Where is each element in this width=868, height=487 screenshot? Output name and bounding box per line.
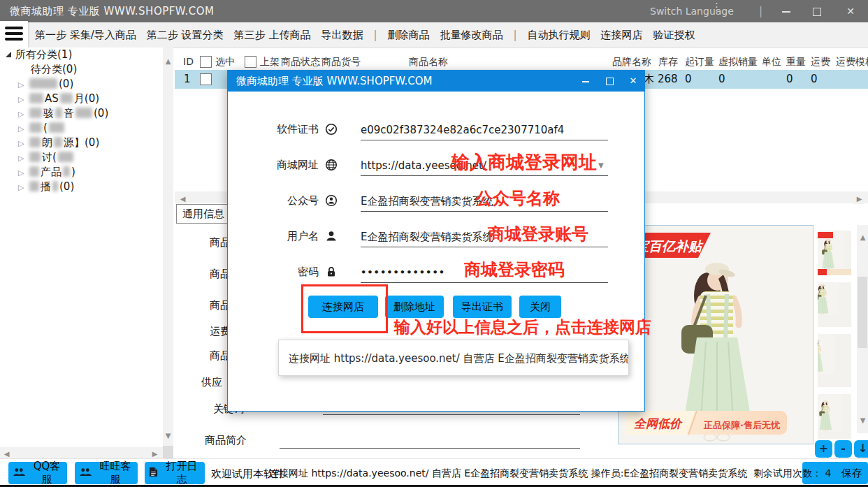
col-id: ID xyxy=(183,56,194,67)
menu-step1-import[interactable]: 第一步 采集/导入商品 xyxy=(35,29,136,42)
menu-step2-category[interactable]: 第二步 设置分类 xyxy=(147,29,224,42)
onsale-all-checkbox[interactable] xyxy=(245,56,256,68)
scroll-up-icon[interactable]: ▲ xyxy=(858,232,868,242)
minimize-icon xyxy=(782,11,790,13)
preview-vertical-scrollbar[interactable]: ▲ ▼ xyxy=(857,225,868,433)
dialog-title: 微商城助理 专业版 WWW.SHOPFW.COM xyxy=(236,75,432,88)
lock-icon xyxy=(325,266,338,281)
dropdown-caret-icon[interactable]: ▼ xyxy=(598,161,604,169)
move-down-button[interactable]: ↓ xyxy=(854,440,868,458)
tree-item[interactable]: ▷( xyxy=(0,121,163,136)
menu-items: 第一步 采集/导入商品 第二步 设置分类 第三步 上传商品 导出数据 | 删除商… xyxy=(35,22,695,48)
tab-general-info[interactable]: 通用信息 xyxy=(176,204,231,224)
collapsed-arrow-icon[interactable]: ▷ xyxy=(18,151,28,166)
select-all-checkbox[interactable] xyxy=(200,56,212,68)
wangwang-support-button[interactable]: 旺旺客服 xyxy=(75,462,138,484)
scroll-left-icon[interactable]: ◀ xyxy=(1,449,12,459)
scroll-right-icon[interactable]: ▶ xyxy=(150,449,160,459)
scroll-left-icon[interactable]: ◀ xyxy=(178,194,188,204)
cell-stock: 268 xyxy=(658,73,678,85)
tree-item[interactable]: ▷AS月(0) xyxy=(0,92,163,106)
export-certificate-button[interactable]: 导出证书 xyxy=(453,296,512,318)
expanded-arrow-icon[interactable] xyxy=(6,52,11,57)
titlebar: 微商城助理 专业版 WWW.SHOPFW.COM Switch Language… xyxy=(0,0,868,22)
more-options-icon[interactable]: ⋮ xyxy=(711,3,721,11)
scroll-up-icon[interactable]: ▲ xyxy=(163,56,173,66)
certificate-label: 软件证书 xyxy=(242,123,319,136)
field-row-password: 密码 ••••••••••••• 商城登录密码 xyxy=(228,262,644,286)
annotation-password: 商城登录密码 xyxy=(464,259,565,281)
close-button[interactable]: ✕ xyxy=(839,0,862,22)
certificate-input[interactable]: e09c02f387324e82a6c7ce2307710af4 xyxy=(361,119,608,140)
dialog-close-button[interactable]: ✕ xyxy=(622,71,644,92)
dialog-maximize-button[interactable] xyxy=(598,71,621,92)
tree-horizontal-scrollbar[interactable]: ◀ ▶ xyxy=(0,447,163,458)
col-onsale: 上架 xyxy=(260,56,280,68)
scroll-down-icon[interactable]: ▼ xyxy=(163,430,173,441)
shop-url-label: 商城网址 xyxy=(242,159,319,172)
tree-item[interactable]: ▷产品) xyxy=(0,165,163,180)
menu-verify-auth[interactable]: 验证授权 xyxy=(653,29,695,42)
col-brand: 品牌名称 xyxy=(612,56,651,68)
collapsed-arrow-icon[interactable]: ▷ xyxy=(18,92,28,107)
tree-item[interactable]: ▷播(0) xyxy=(0,180,163,194)
menu-separator: | xyxy=(513,29,516,41)
annotation-official-account: 公众号名称 xyxy=(476,187,560,210)
close-dialog-button[interactable]: 关闭 xyxy=(519,296,561,318)
tree-item[interactable]: ▷骇音(0) xyxy=(0,106,163,121)
statusbar: QQ客服 旺旺客服 打开日志 欢迎试用本软件 连接网址 https://data… xyxy=(0,458,868,486)
tree-vertical-scrollbar[interactable]: ▲ ▼ xyxy=(163,48,173,458)
maximize-icon xyxy=(606,78,614,85)
collapsed-arrow-icon[interactable]: ▷ xyxy=(18,122,28,136)
collapsed-arrow-icon[interactable]: ▷ xyxy=(18,180,28,195)
menu-step3-upload[interactable]: 第三步 上传商品 xyxy=(234,29,311,42)
tree-item-all-categories[interactable]: 所有分类(1) xyxy=(0,48,163,62)
menu-connect-shop[interactable]: 连接网店 xyxy=(601,29,643,42)
field-row-shop-url: 商城网址 https://data.yeesoo.net/ ▼ 输入商城登录网址 xyxy=(228,155,644,179)
thumbnail-3[interactable] xyxy=(818,334,851,387)
tree-item-uncategorized[interactable]: 待分类(0) xyxy=(0,62,163,77)
collapsed-arrow-icon[interactable]: ▷ xyxy=(18,107,28,122)
collapsed-arrow-icon[interactable]: ▷ xyxy=(18,136,28,151)
tree-item[interactable]: ▷朗源】(0) xyxy=(0,136,163,150)
minimize-button[interactable] xyxy=(774,0,798,22)
col-shipping-template: 运费模板 xyxy=(836,56,868,68)
dialog-minimize-button[interactable] xyxy=(574,71,597,92)
cell-weight: 0 xyxy=(786,73,793,85)
people-icon xyxy=(79,467,92,479)
row-checkbox[interactable] xyxy=(200,73,212,85)
thumbnail-2[interactable] xyxy=(818,282,851,327)
hamburger-menu-button[interactable] xyxy=(0,21,28,48)
collapsed-arrow-icon[interactable]: ▷ xyxy=(18,78,28,92)
connection-info-text: 连接网址 https://data.yeesoo.net/ 自营店 E企盈招商裂… xyxy=(269,467,747,480)
thumbnail-1[interactable] xyxy=(818,231,851,275)
col-stock: 库存 xyxy=(658,56,678,68)
menu-auto-rules[interactable]: 自动执行规则 xyxy=(528,29,591,42)
cell-brand: 木 xyxy=(644,73,654,86)
zoom-out-button[interactable]: - xyxy=(834,440,852,458)
tree-item[interactable]: ▷讨( xyxy=(0,150,163,165)
collapsed-arrow-icon[interactable]: ▷ xyxy=(18,166,28,180)
official-account-label: 公众号 xyxy=(242,194,319,208)
col-shipping: 运费 xyxy=(811,56,830,68)
thumbnail-4[interactable] xyxy=(818,394,851,439)
annotation-shop-url: 输入商城登录网址 xyxy=(451,150,597,175)
col-weight: 重量 xyxy=(786,56,806,68)
col-virtualsales: 虚拟销量 xyxy=(718,56,758,68)
tree-item[interactable]: ▷(0) xyxy=(0,77,163,92)
delete-address-button[interactable]: 删除地址 xyxy=(385,296,444,318)
cell-minorder: 0 xyxy=(685,73,692,85)
trial-count-text: 剩余试用次数： 4 xyxy=(753,467,831,480)
menu-batch-edit[interactable]: 批量修改商品 xyxy=(440,29,502,42)
scroll-down-icon[interactable]: ▼ xyxy=(858,415,868,426)
maximize-button[interactable] xyxy=(805,0,829,22)
menu-delete-product[interactable]: 删除商品 xyxy=(387,29,429,42)
scrollbar-thumb[interactable] xyxy=(858,277,867,348)
scroll-right-icon[interactable]: ▶ xyxy=(854,194,865,204)
titlebar-separator: | xyxy=(759,5,762,17)
menu-export-data[interactable]: 导出数据 xyxy=(321,29,363,42)
zoom-in-button[interactable]: + xyxy=(815,440,832,458)
open-log-button[interactable]: 打开日志 xyxy=(145,462,205,484)
qq-support-button[interactable]: QQ客服 xyxy=(8,462,67,484)
banner-left-text: 全网低价 xyxy=(634,416,683,430)
